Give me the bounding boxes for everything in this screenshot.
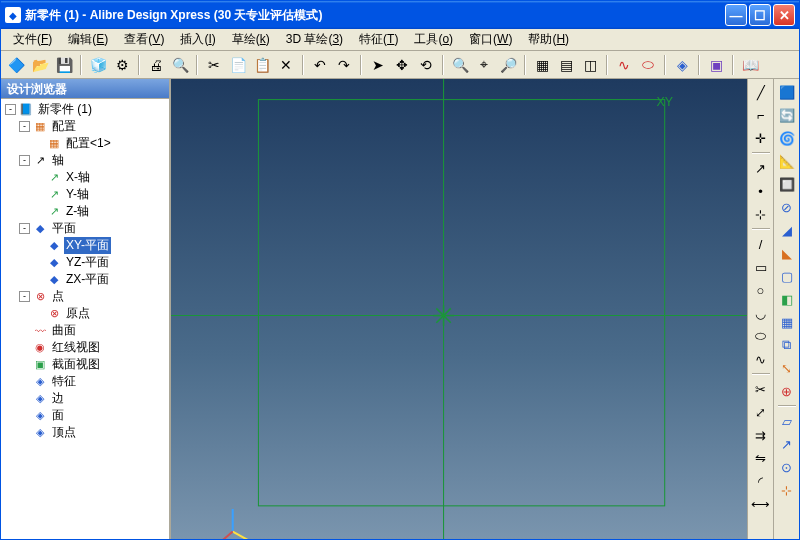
extrude-icon[interactable]: 🟦: [776, 81, 798, 103]
preview-icon[interactable]: 🔍: [169, 54, 191, 76]
sweep-icon[interactable]: 🌀: [776, 127, 798, 149]
draft-icon[interactable]: ◧: [776, 288, 798, 310]
cut-icon[interactable]: ✂: [203, 54, 225, 76]
pan-icon[interactable]: ✥: [391, 54, 413, 76]
shape-icon[interactable]: ⬭: [637, 54, 659, 76]
tree-node[interactable]: -⊗点: [3, 288, 167, 305]
redo-icon[interactable]: ↷: [333, 54, 355, 76]
revolve-icon[interactable]: 🔄: [776, 104, 798, 126]
menu-t[interactable]: 特征(T): [351, 29, 406, 50]
chamfer-icon[interactable]: ◣: [776, 242, 798, 264]
extend-icon[interactable]: ⤢: [750, 401, 772, 423]
tree-node[interactable]: ◈顶点: [3, 424, 167, 441]
pattern-icon[interactable]: ▦: [776, 311, 798, 333]
tree-node[interactable]: ◆YZ-平面: [3, 254, 167, 271]
menu-k[interactable]: 草绘(k): [224, 29, 278, 50]
fillet-icon[interactable]: ◜: [750, 470, 772, 492]
select-icon[interactable]: ➤: [367, 54, 389, 76]
copy-icon[interactable]: 📄: [227, 54, 249, 76]
zoom-fit-icon[interactable]: 🔍: [449, 54, 471, 76]
cut-extrude-icon[interactable]: 🔲: [776, 173, 798, 195]
tree-node[interactable]: 〰曲面: [3, 322, 167, 339]
offset-icon[interactable]: ⇉: [750, 424, 772, 446]
save-icon[interactable]: 💾: [53, 54, 75, 76]
menu-o[interactable]: 工具(o): [406, 29, 461, 50]
mirror3d-icon[interactable]: ⧉: [776, 334, 798, 356]
polyline-icon[interactable]: ⌐: [750, 104, 772, 126]
view1-icon[interactable]: ▦: [531, 54, 553, 76]
fillet3d-icon[interactable]: ◢: [776, 219, 798, 241]
tree-node[interactable]: ◈边: [3, 390, 167, 407]
open-icon[interactable]: 📂: [29, 54, 51, 76]
hole-icon[interactable]: ⊘: [776, 196, 798, 218]
coord-icon[interactable]: ⊹: [776, 479, 798, 501]
zoom-window-icon[interactable]: ⌖: [473, 54, 495, 76]
undo-icon[interactable]: ↶: [309, 54, 331, 76]
render-icon[interactable]: ▣: [705, 54, 727, 76]
tree-node[interactable]: -↗轴: [3, 152, 167, 169]
ellipse-icon[interactable]: ⬭: [750, 325, 772, 347]
maximize-button[interactable]: ☐: [749, 4, 771, 26]
plane3d-icon[interactable]: ▱: [776, 410, 798, 432]
feature-icon[interactable]: ◈: [671, 54, 693, 76]
circle-icon[interactable]: ○: [750, 279, 772, 301]
tree-node[interactable]: ◈特征: [3, 373, 167, 390]
options-icon[interactable]: ⚙: [111, 54, 133, 76]
curve-icon[interactable]: ∿: [613, 54, 635, 76]
feature-tree[interactable]: -📘新零件 (1)-▦配置▦配置<1>-↗轴↗X-轴↗Y-轴↗Z-轴-◆平面◆X…: [1, 99, 169, 539]
tree-node[interactable]: -📘新零件 (1): [3, 101, 167, 118]
tree-node[interactable]: ↗Z-轴: [3, 203, 167, 220]
spline-icon[interactable]: ∿: [750, 348, 772, 370]
point3d-icon[interactable]: ⊙: [776, 456, 798, 478]
new-part-icon[interactable]: 🧊: [87, 54, 109, 76]
ref-icon[interactable]: ⊹: [750, 203, 772, 225]
tree-node[interactable]: ↗Y-轴: [3, 186, 167, 203]
loft-icon[interactable]: 📐: [776, 150, 798, 172]
scale-icon[interactable]: ⤡: [776, 357, 798, 379]
app-icon[interactable]: 🔷: [5, 54, 27, 76]
viewport-3d[interactable]: XY: [171, 79, 747, 539]
line-icon[interactable]: ╱: [750, 81, 772, 103]
tree-node[interactable]: ▦配置<1>: [3, 135, 167, 152]
trim-icon[interactable]: ✂: [750, 378, 772, 400]
help-icon[interactable]: 📖: [739, 54, 761, 76]
menu-3[interactable]: 3D 草绘(3): [278, 29, 351, 50]
paste-icon[interactable]: 📋: [251, 54, 273, 76]
cross-icon[interactable]: ✛: [750, 127, 772, 149]
delete-icon[interactable]: ✕: [275, 54, 297, 76]
menu-h[interactable]: 帮助(H): [520, 29, 577, 50]
arc-icon[interactable]: ◡: [750, 302, 772, 324]
dim-icon[interactable]: ⟷: [750, 493, 772, 515]
segment-icon[interactable]: /: [750, 233, 772, 255]
print-icon[interactable]: 🖨: [145, 54, 167, 76]
axis-icon[interactable]: ↗: [750, 157, 772, 179]
view3-icon[interactable]: ◫: [579, 54, 601, 76]
tree-node[interactable]: ◆ZX-平面: [3, 271, 167, 288]
zoom-icon[interactable]: 🔎: [497, 54, 519, 76]
rotate-icon[interactable]: ⟲: [415, 54, 437, 76]
axis3d-icon[interactable]: ↗: [776, 433, 798, 455]
menu-e[interactable]: 编辑(E): [60, 29, 116, 50]
shell-icon[interactable]: ▢: [776, 265, 798, 287]
view2-icon[interactable]: ▤: [555, 54, 577, 76]
collapse-icon[interactable]: -: [19, 223, 30, 234]
tree-node[interactable]: ↗X-轴: [3, 169, 167, 186]
tree-node[interactable]: ◆XY-平面: [3, 237, 167, 254]
menu-f[interactable]: 文件(F): [5, 29, 60, 50]
tree-node[interactable]: ◈面: [3, 407, 167, 424]
menu-w[interactable]: 窗口(W): [461, 29, 520, 50]
minimize-button[interactable]: —: [725, 4, 747, 26]
boolean-icon[interactable]: ⊕: [776, 380, 798, 402]
tree-node[interactable]: ◉红线视图: [3, 339, 167, 356]
collapse-icon[interactable]: -: [5, 104, 16, 115]
menu-i[interactable]: 插入(I): [172, 29, 223, 50]
collapse-icon[interactable]: -: [19, 291, 30, 302]
rect-icon[interactable]: ▭: [750, 256, 772, 278]
collapse-icon[interactable]: -: [19, 155, 30, 166]
tree-node[interactable]: ⊗原点: [3, 305, 167, 322]
point-icon[interactable]: •: [750, 180, 772, 202]
tree-node[interactable]: -▦配置: [3, 118, 167, 135]
tree-node[interactable]: -◆平面: [3, 220, 167, 237]
mirror-icon[interactable]: ⇋: [750, 447, 772, 469]
collapse-icon[interactable]: -: [19, 121, 30, 132]
